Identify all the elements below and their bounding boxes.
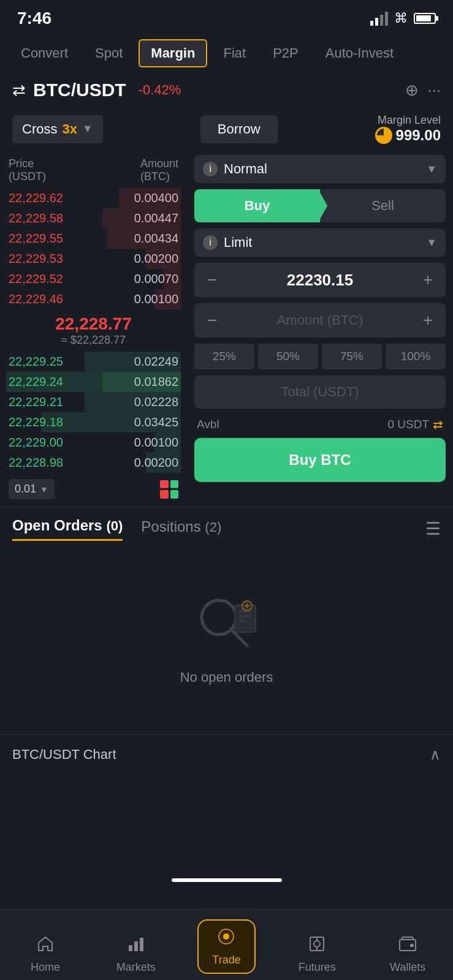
chart-section[interactable]: BTC/USDT Chart ∧ [0, 734, 453, 774]
pair-header: ⇄ BTC/USDT -0.42% ⊕ ··· [0, 72, 453, 108]
price-minus-button[interactable]: − [203, 270, 221, 290]
buy-orders: 22,229.25 0.02249 22,229.24 0.01862 22,2… [6, 352, 181, 473]
buy-sell-tabs: Buy Sell [194, 189, 446, 222]
pct-25-button[interactable]: 25% [194, 344, 254, 369]
order-type-selector[interactable]: i Normal ▼ [194, 155, 446, 183]
table-row[interactable]: 22,229.25 0.02249 [6, 352, 181, 372]
tab-margin[interactable]: Margin [139, 39, 207, 67]
current-price[interactable]: 22,228.77 ≈ $22,228.77 [6, 309, 181, 352]
table-row[interactable]: 22,229.00 0.00100 [6, 432, 181, 453]
cross-multiplier: 3x [62, 121, 77, 137]
more-icon[interactable]: ··· [427, 81, 441, 100]
nav-futures-label: Futures [299, 961, 336, 974]
status-icons: ⌘ [370, 10, 436, 26]
tab-auto-invest[interactable]: Auto-Invest [314, 40, 405, 66]
table-row[interactable]: 22,229.21 0.02228 [6, 392, 181, 412]
order-tabs-section: Open Orders (0) Positions (2) ☰ [0, 507, 453, 541]
sell-tab[interactable]: Sell [320, 189, 446, 222]
info-icon: i [203, 162, 218, 176]
avbl-amount: 0 USDT [387, 418, 429, 431]
pct-75-button[interactable]: 75% [322, 344, 382, 369]
amount-input[interactable]: − Amount (BTC) + [194, 303, 446, 337]
tab-convert[interactable]: Convert [10, 40, 79, 66]
table-row[interactable]: 22,229.46 0.00100 [6, 289, 181, 309]
svg-point-13 [223, 933, 229, 940]
nav-wallets-label: Wallets [390, 961, 425, 974]
borrow-button[interactable]: Borrow [200, 115, 278, 143]
empty-state: No open orders [0, 541, 453, 722]
table-row[interactable]: 22,228.98 0.00200 [6, 453, 181, 473]
table-row[interactable]: 22,229.53 0.00200 [6, 249, 181, 269]
positions-tab[interactable]: Positions (2) [141, 518, 221, 540]
cross-chevron-icon: ▼ [82, 123, 93, 135]
pct-50-button[interactable]: 50% [258, 344, 318, 369]
amount-minus-button[interactable]: − [203, 311, 221, 330]
total-input[interactable]: Total (USDT) [194, 375, 446, 409]
current-price-usd: ≈ $22,228.77 [9, 334, 178, 347]
open-orders-tab[interactable]: Open Orders (0) [12, 517, 123, 541]
margin-level-value: 999.00 [375, 127, 441, 144]
chart-view-icon[interactable] [160, 480, 178, 499]
chart-toggle-icon[interactable]: ∧ [430, 746, 441, 763]
table-row[interactable]: 22,229.18 0.03425 [6, 412, 181, 432]
margin-level-label: Margin Level [375, 114, 441, 127]
limit-selector[interactable]: i Limit ▼ [194, 228, 446, 257]
limit-info-icon: i [203, 235, 218, 250]
price-value[interactable]: 22230.15 [227, 271, 413, 290]
table-row[interactable]: 22,229.58 0.00447 [6, 208, 181, 228]
svg-rect-10 [134, 941, 138, 951]
available-row: Avbl 0 USDT ⇄ [194, 415, 446, 438]
nav-home[interactable]: Home [0, 934, 91, 974]
main-content: Price(USDT) Amount(BTC) 22,229.62 0.0040… [0, 150, 453, 504]
order-type-chevron-icon: ▼ [426, 163, 437, 176]
nav-tabs: Convert Spot Margin Fiat P2P Auto-Invest [0, 34, 453, 72]
nav-markets[interactable]: Markets [91, 934, 181, 974]
nav-home-label: Home [31, 961, 60, 974]
swap-icon[interactable]: ⇄ [12, 81, 26, 100]
tab-p2p[interactable]: P2P [262, 40, 310, 66]
nav-markets-label: Markets [116, 961, 156, 974]
ob-price-header: Price(USDT) [9, 157, 46, 183]
decimal-selector[interactable]: 0.01 ▼ [9, 479, 55, 499]
pair-change: -0.42% [139, 82, 181, 98]
bottom-nav: Home Markets Trade [0, 909, 453, 980]
buy-tab[interactable]: Buy [194, 189, 320, 222]
pct-100-button[interactable]: 100% [386, 344, 446, 369]
tab-spot[interactable]: Spot [84, 40, 134, 66]
amount-plus-button[interactable]: + [419, 311, 437, 330]
transfer-icon[interactable]: ⇄ [433, 417, 443, 432]
decimal-value: 0.01 [15, 483, 36, 496]
nav-trade[interactable]: Trade [181, 919, 272, 974]
wallets-icon [398, 934, 417, 959]
ob-header: Price(USDT) Amount(BTC) [6, 155, 181, 188]
cross-selector[interactable]: Cross 3x ▼ [12, 115, 103, 143]
nav-wallets[interactable]: Wallets [362, 934, 453, 974]
svg-point-15 [314, 941, 320, 947]
order-type-label: Normal [224, 161, 420, 177]
table-row[interactable]: 22,229.24 0.01862 [6, 372, 181, 392]
price-plus-button[interactable]: + [419, 270, 437, 290]
nav-futures[interactable]: Futures [272, 934, 362, 974]
trade-panel: i Normal ▼ Buy Sell i Limit ▼ − 22230.15… [187, 150, 453, 504]
margin-gauge-icon [375, 127, 392, 144]
pair-actions: ⊕ ··· [405, 81, 441, 100]
table-row[interactable]: 22,229.62 0.00400 [6, 188, 181, 208]
table-row[interactable]: 22,229.55 0.00434 [6, 228, 181, 249]
buy-btc-button[interactable]: Buy BTC [194, 438, 446, 482]
markets-icon [126, 934, 146, 959]
chart-settings-icon[interactable]: ⊕ [405, 81, 419, 100]
battery-icon [414, 13, 436, 24]
order-tabs-row: Open Orders (0) Positions (2) ☰ [12, 517, 441, 541]
svg-rect-9 [129, 945, 132, 951]
tab-fiat[interactable]: Fiat [212, 40, 257, 66]
order-book: Price(USDT) Amount(BTC) 22,229.62 0.0040… [0, 150, 187, 504]
table-row[interactable]: 22,229.52 0.00070 [6, 269, 181, 289]
chart-label: BTC/USDT Chart [12, 747, 116, 763]
filter-icon[interactable]: ☰ [425, 519, 441, 539]
pair-name[interactable]: BTC/USDT [33, 80, 126, 100]
empty-text: No open orders [180, 669, 273, 685]
margin-level: Margin Level 999.00 [375, 114, 441, 144]
price-input: − 22230.15 + [194, 263, 446, 297]
percentage-row: 25% 50% 75% 100% [194, 344, 446, 369]
pair-info: ⇄ BTC/USDT -0.42% [12, 80, 181, 100]
